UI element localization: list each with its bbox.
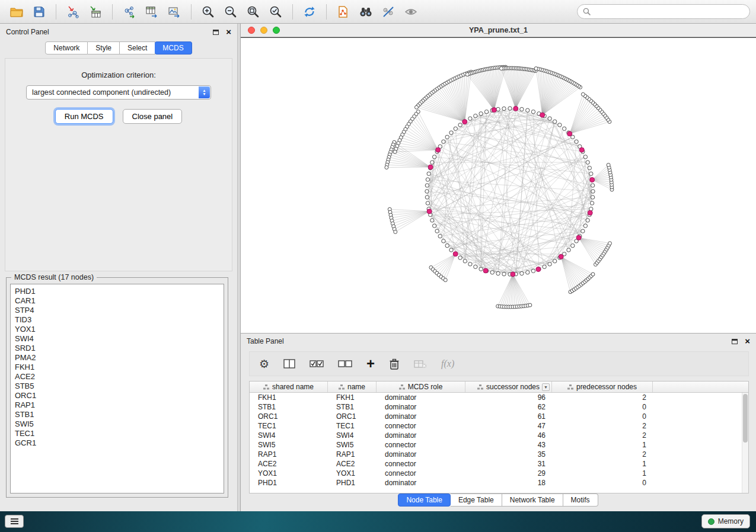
- export-table-button[interactable]: [141, 2, 162, 21]
- table-row[interactable]: ORC1ORC1dominator610: [250, 412, 742, 421]
- mcds-result-item[interactable]: CAR1: [15, 296, 224, 306]
- column-header-MCDS-role[interactable]: MCDS role: [377, 382, 465, 392]
- mcds-result-item[interactable]: ACE2: [15, 372, 224, 382]
- select-all-icon[interactable]: [310, 359, 324, 368]
- mcds-result-item[interactable]: PHD1: [15, 287, 224, 296]
- table-row[interactable]: RAP1RAP1dominator352: [250, 450, 742, 459]
- hide-diagram-icon: [381, 5, 395, 18]
- open-file-button[interactable]: [6, 2, 27, 21]
- cell-predecessor-nodes: 0: [552, 412, 653, 421]
- table-row[interactable]: SWI5SWI5connector431: [250, 440, 742, 450]
- deselect-all-icon[interactable]: [338, 359, 352, 368]
- delete-column-icon[interactable]: [389, 358, 400, 370]
- table-row[interactable]: SWI4SWI4dominator462: [250, 431, 742, 440]
- first-neighbors-button[interactable]: [355, 2, 377, 21]
- table-scrollbar[interactable]: [742, 393, 748, 493]
- status-bar: Memory: [0, 511, 756, 532]
- column-header-name[interactable]: name: [328, 382, 377, 392]
- export-image-button[interactable]: [164, 2, 185, 21]
- cell-name: PHD1: [328, 479, 377, 487]
- show-columns-icon[interactable]: [283, 359, 295, 368]
- tab-select[interactable]: Select: [120, 41, 155, 55]
- add-column-button[interactable]: +: [366, 358, 375, 370]
- mcds-result-item[interactable]: STB5: [15, 382, 224, 391]
- zoom-selected-button[interactable]: [265, 2, 286, 21]
- search-input[interactable]: [594, 8, 744, 16]
- table-body: FKH1FKH1dominator962STB1STB1dominator620…: [250, 393, 742, 493]
- table-tabs: Node TableEdge TableNetwork TableMotifs: [241, 493, 756, 507]
- cell-name: TEC1: [328, 422, 377, 430]
- mcds-result-item[interactable]: YOX1: [15, 325, 224, 334]
- export-network-icon: [122, 5, 136, 18]
- float-window-icon[interactable]: [213, 30, 219, 35]
- memory-button[interactable]: Memory: [701, 514, 750, 528]
- sort-dropdown-icon[interactable]: ▼: [542, 383, 550, 391]
- table-row[interactable]: ACE2ACE2connector311: [250, 459, 742, 469]
- maximize-window-icon[interactable]: [273, 27, 280, 34]
- mcds-result-list[interactable]: PHD1CAR1STP4TID3YOX1SWI4SRD1PMA2FKH1ACE2…: [10, 284, 224, 493]
- zoom-out-icon: [224, 5, 237, 18]
- search-box[interactable]: [577, 4, 750, 19]
- mcds-result-item[interactable]: ORC1: [15, 391, 224, 400]
- table-row[interactable]: TEC1TEC1connector472: [250, 421, 742, 431]
- table-row[interactable]: YOX1YOX1connector291: [250, 469, 742, 478]
- zoom-fit-button[interactable]: [243, 2, 264, 21]
- save-session-button[interactable]: [28, 2, 50, 21]
- mcds-result-item[interactable]: SRD1: [15, 344, 224, 353]
- mcds-result-item[interactable]: TEC1: [15, 429, 224, 438]
- mcds-result-item[interactable]: GCR1: [15, 438, 224, 448]
- hide-selected-button[interactable]: [378, 2, 399, 21]
- mcds-result-item[interactable]: PMA2: [15, 353, 224, 363]
- table-row[interactable]: PHD1PHD1dominator180: [250, 478, 742, 488]
- close-window-icon[interactable]: [248, 27, 255, 34]
- mcds-result-item[interactable]: FKH1: [15, 363, 224, 372]
- mcds-result-item[interactable]: TID3: [15, 315, 224, 325]
- import-table-button[interactable]: [85, 2, 106, 21]
- tab-network-table[interactable]: Network Table: [502, 493, 563, 507]
- cell-name: RAP1: [328, 450, 377, 459]
- cell-shared-name: ACE2: [250, 460, 328, 468]
- zoom-out-button[interactable]: [220, 2, 241, 21]
- tab-edge-table[interactable]: Edge Table: [451, 493, 502, 507]
- minimize-window-icon[interactable]: [260, 27, 267, 34]
- mcds-result-item[interactable]: STB1: [15, 410, 224, 419]
- column-header-successor-nodes[interactable]: successor nodes▼: [465, 382, 552, 392]
- mcds-result-item[interactable]: SWI4: [15, 334, 224, 344]
- control-panel-tabs: NetworkStyleSelectMCDS: [0, 41, 237, 55]
- close-panel-icon[interactable]: ×: [226, 29, 231, 35]
- close-panel-icon[interactable]: ×: [745, 338, 750, 344]
- scrollbar-thumb[interactable]: [743, 394, 748, 443]
- table-settings-button[interactable]: ⚙: [259, 358, 269, 370]
- table-panel-title: Table Panel: [247, 337, 284, 345]
- show-hidden-button[interactable]: [400, 2, 422, 21]
- tab-style[interactable]: Style: [88, 41, 120, 55]
- close-panel-button[interactable]: Close panel: [123, 109, 183, 124]
- column-label: predecessor nodes: [576, 383, 637, 391]
- status-menu-button[interactable]: [5, 515, 24, 528]
- column-header-shared-name[interactable]: shared name: [250, 382, 328, 392]
- zoom-in-button[interactable]: [197, 2, 219, 21]
- tab-node-table[interactable]: Node Table: [398, 493, 451, 507]
- node-table: shared namenameMCDS rolesuccessor nodes▼…: [249, 381, 749, 493]
- table-row[interactable]: STB1STB1dominator620: [250, 402, 742, 412]
- import-network-button[interactable]: [62, 2, 84, 21]
- network-titlebar[interactable]: YPA_prune.txt_1: [241, 24, 756, 37]
- cell-predecessor-nodes: 2: [552, 422, 653, 430]
- network-graph[interactable]: [241, 38, 756, 333]
- tab-mcds[interactable]: MCDS: [155, 41, 192, 55]
- annotation-share-button[interactable]: [333, 2, 354, 21]
- tab-network[interactable]: Network: [45, 41, 88, 55]
- attribute-type-icon: [339, 384, 344, 390]
- tab-motifs[interactable]: Motifs: [563, 493, 598, 507]
- table-row[interactable]: FKH1FKH1dominator962: [250, 393, 742, 402]
- column-header-predecessor-nodes[interactable]: predecessor nodes: [552, 382, 653, 392]
- mcds-result-item[interactable]: STP4: [15, 306, 224, 315]
- mcds-result-item[interactable]: SWI5: [15, 419, 224, 429]
- export-network-button[interactable]: [119, 2, 140, 21]
- mcds-result-item[interactable]: RAP1: [15, 400, 224, 410]
- run-mcds-button[interactable]: Run MCDS: [55, 109, 113, 124]
- network-canvas[interactable]: [241, 37, 756, 333]
- refresh-button[interactable]: [299, 2, 320, 21]
- float-window-icon[interactable]: [732, 339, 738, 344]
- criterion-dropdown[interactable]: largest connected component (undirected)…: [26, 85, 211, 100]
